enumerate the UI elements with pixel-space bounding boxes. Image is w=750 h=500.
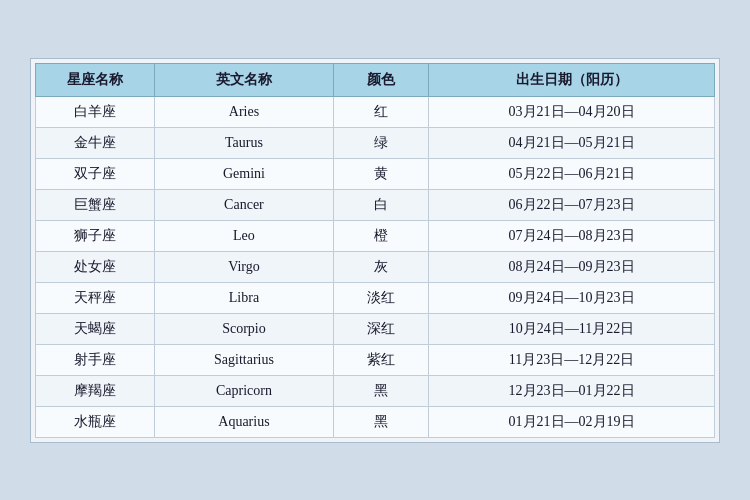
cell-color: 灰	[333, 251, 428, 282]
cell-english: Scorpio	[155, 313, 334, 344]
cell-english: Leo	[155, 220, 334, 251]
header-chinese: 星座名称	[36, 63, 155, 96]
cell-date: 06月22日—07月23日	[429, 189, 715, 220]
cell-date: 07月24日—08月23日	[429, 220, 715, 251]
cell-english: Gemini	[155, 158, 334, 189]
cell-color: 绿	[333, 127, 428, 158]
cell-color: 红	[333, 96, 428, 127]
cell-english: Libra	[155, 282, 334, 313]
cell-color: 黄	[333, 158, 428, 189]
cell-color: 黑	[333, 375, 428, 406]
table-row: 白羊座Aries红03月21日—04月20日	[36, 96, 715, 127]
cell-english: Cancer	[155, 189, 334, 220]
table-row: 摩羯座Capricorn黑12月23日—01月22日	[36, 375, 715, 406]
cell-color: 淡红	[333, 282, 428, 313]
cell-color: 紫红	[333, 344, 428, 375]
table-header-row: 星座名称 英文名称 颜色 出生日期（阳历）	[36, 63, 715, 96]
cell-date: 01月21日—02月19日	[429, 406, 715, 437]
cell-chinese: 金牛座	[36, 127, 155, 158]
cell-date: 11月23日—12月22日	[429, 344, 715, 375]
cell-chinese: 处女座	[36, 251, 155, 282]
header-english: 英文名称	[155, 63, 334, 96]
cell-color: 橙	[333, 220, 428, 251]
table-row: 射手座Sagittarius紫红11月23日—12月22日	[36, 344, 715, 375]
cell-english: Taurus	[155, 127, 334, 158]
zodiac-table-container: 星座名称 英文名称 颜色 出生日期（阳历） 白羊座Aries红03月21日—04…	[30, 58, 720, 443]
cell-english: Sagittarius	[155, 344, 334, 375]
header-date: 出生日期（阳历）	[429, 63, 715, 96]
cell-chinese: 水瓶座	[36, 406, 155, 437]
cell-english: Capricorn	[155, 375, 334, 406]
cell-date: 05月22日—06月21日	[429, 158, 715, 189]
cell-english: Aquarius	[155, 406, 334, 437]
table-row: 双子座Gemini黄05月22日—06月21日	[36, 158, 715, 189]
cell-chinese: 天蝎座	[36, 313, 155, 344]
zodiac-table: 星座名称 英文名称 颜色 出生日期（阳历） 白羊座Aries红03月21日—04…	[35, 63, 715, 438]
cell-english: Virgo	[155, 251, 334, 282]
cell-color: 深红	[333, 313, 428, 344]
cell-date: 09月24日—10月23日	[429, 282, 715, 313]
cell-chinese: 射手座	[36, 344, 155, 375]
table-row: 狮子座Leo橙07月24日—08月23日	[36, 220, 715, 251]
cell-color: 黑	[333, 406, 428, 437]
cell-date: 10月24日—11月22日	[429, 313, 715, 344]
cell-chinese: 天秤座	[36, 282, 155, 313]
cell-english: Aries	[155, 96, 334, 127]
table-row: 金牛座Taurus绿04月21日—05月21日	[36, 127, 715, 158]
table-row: 天秤座Libra淡红09月24日—10月23日	[36, 282, 715, 313]
cell-chinese: 巨蟹座	[36, 189, 155, 220]
cell-date: 08月24日—09月23日	[429, 251, 715, 282]
table-row: 天蝎座Scorpio深红10月24日—11月22日	[36, 313, 715, 344]
cell-date: 04月21日—05月21日	[429, 127, 715, 158]
cell-chinese: 摩羯座	[36, 375, 155, 406]
table-row: 巨蟹座Cancer白06月22日—07月23日	[36, 189, 715, 220]
table-row: 水瓶座Aquarius黑01月21日—02月19日	[36, 406, 715, 437]
cell-date: 03月21日—04月20日	[429, 96, 715, 127]
cell-color: 白	[333, 189, 428, 220]
cell-date: 12月23日—01月22日	[429, 375, 715, 406]
cell-chinese: 双子座	[36, 158, 155, 189]
header-color: 颜色	[333, 63, 428, 96]
cell-chinese: 狮子座	[36, 220, 155, 251]
table-row: 处女座Virgo灰08月24日—09月23日	[36, 251, 715, 282]
cell-chinese: 白羊座	[36, 96, 155, 127]
